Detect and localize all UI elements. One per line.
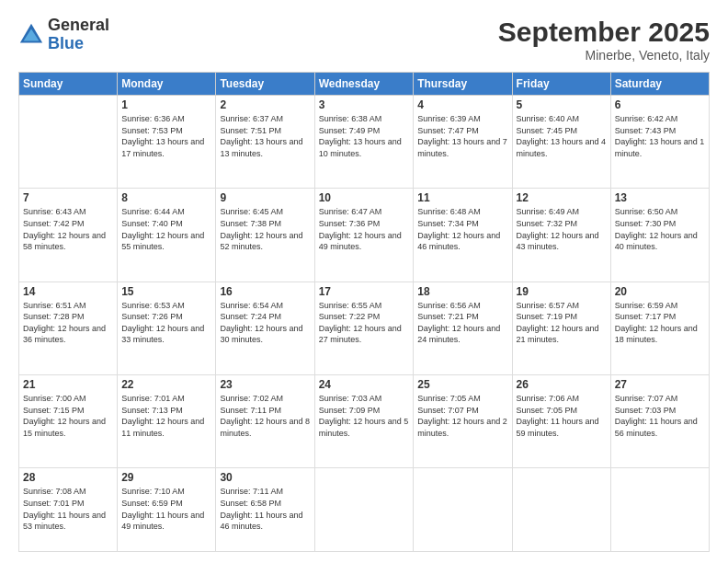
cell-text: Sunrise: 7:11 AMSunset: 6:58 PMDaylight:… — [220, 486, 310, 532]
day-number: 26 — [517, 378, 607, 391]
cell-text: Sunrise: 7:03 AMSunset: 7:09 PMDaylight:… — [319, 393, 410, 439]
daylight-text: Daylight: 12 hours and 36 minutes. — [23, 324, 106, 345]
day-number: 1 — [121, 98, 211, 111]
day-number: 29 — [121, 471, 211, 484]
sunset-text: Sunset: 7:40 PM — [121, 219, 183, 228]
cell-text: Sunrise: 6:38 AMSunset: 7:49 PMDaylight:… — [319, 113, 410, 159]
table-row: 23Sunrise: 7:02 AMSunset: 7:11 PMDayligh… — [216, 374, 314, 467]
sunrise-text: Sunrise: 6:48 AM — [417, 207, 481, 216]
cell-text: Sunrise: 6:50 AMSunset: 7:30 PMDaylight:… — [615, 206, 705, 252]
sunset-text: Sunset: 7:47 PM — [417, 126, 479, 135]
day-number: 17 — [319, 285, 410, 298]
day-number: 16 — [220, 285, 310, 298]
sunset-text: Sunset: 7:51 PM — [220, 126, 281, 135]
daylight-text: Daylight: 13 hours and 17 minutes. — [121, 137, 204, 158]
col-wednesday: Wednesday — [314, 73, 414, 96]
table-row — [512, 468, 610, 552]
day-number: 22 — [121, 378, 211, 391]
cell-text: Sunrise: 6:53 AMSunset: 7:26 PMDaylight:… — [121, 300, 211, 346]
daylight-text: Daylight: 13 hours and 1 minute. — [615, 137, 705, 158]
day-number: 6 — [615, 98, 705, 111]
sunset-text: Sunset: 7:09 PM — [319, 406, 381, 415]
col-monday: Monday — [118, 73, 216, 96]
cell-text: Sunrise: 6:39 AMSunset: 7:47 PMDaylight:… — [417, 113, 507, 159]
day-number: 2 — [220, 98, 310, 111]
cell-text: Sunrise: 6:55 AMSunset: 7:22 PMDaylight:… — [319, 300, 410, 346]
day-number: 25 — [417, 378, 507, 391]
table-row: 29Sunrise: 7:10 AMSunset: 6:59 PMDayligh… — [118, 468, 216, 552]
day-number: 21 — [23, 378, 113, 391]
sunrise-text: Sunrise: 7:07 AM — [615, 394, 678, 403]
sunset-text: Sunset: 7:53 PM — [121, 126, 183, 135]
day-number: 18 — [417, 285, 507, 298]
table-row: 4Sunrise: 6:39 AMSunset: 7:47 PMDaylight… — [414, 96, 512, 189]
sunrise-text: Sunrise: 6:36 AM — [121, 114, 185, 123]
table-row: 11Sunrise: 6:48 AMSunset: 7:34 PMDayligh… — [414, 189, 512, 282]
col-saturday: Saturday — [610, 73, 709, 96]
table-row: 6Sunrise: 6:42 AMSunset: 7:43 PMDaylight… — [610, 96, 709, 189]
day-number: 8 — [121, 191, 211, 204]
logo-general: General — [48, 17, 109, 35]
sunrise-text: Sunrise: 6:54 AM — [220, 301, 283, 310]
daylight-text: Daylight: 11 hours and 46 minutes. — [220, 511, 302, 532]
sunset-text: Sunset: 7:24 PM — [220, 312, 281, 321]
sunrise-text: Sunrise: 7:08 AM — [23, 487, 86, 496]
sunrise-text: Sunrise: 6:40 AM — [517, 114, 580, 123]
sunrise-text: Sunrise: 6:53 AM — [121, 301, 185, 310]
sunrise-text: Sunrise: 6:50 AM — [615, 207, 678, 216]
day-number: 24 — [319, 378, 410, 391]
day-number: 13 — [615, 191, 705, 204]
sunrise-text: Sunrise: 7:00 AM — [23, 394, 86, 403]
sunset-text: Sunset: 7:03 PM — [615, 406, 677, 415]
sunset-text: Sunset: 7:13 PM — [121, 406, 183, 415]
table-row — [610, 468, 709, 552]
table-row: 15Sunrise: 6:53 AMSunset: 7:26 PMDayligh… — [118, 282, 216, 374]
cell-text: Sunrise: 7:01 AMSunset: 7:13 PMDaylight:… — [121, 393, 211, 439]
day-number: 19 — [517, 285, 607, 298]
cell-text: Sunrise: 6:49 AMSunset: 7:32 PMDaylight:… — [517, 206, 607, 252]
daylight-text: Daylight: 12 hours and 18 minutes. — [615, 324, 698, 345]
sunset-text: Sunset: 6:59 PM — [121, 499, 183, 508]
day-number: 9 — [220, 191, 310, 204]
daylight-text: Daylight: 12 hours and 24 minutes. — [417, 324, 500, 345]
day-number: 30 — [220, 471, 310, 484]
table-row: 5Sunrise: 6:40 AMSunset: 7:45 PMDaylight… — [512, 96, 610, 189]
table-row: 17Sunrise: 6:55 AMSunset: 7:22 PMDayligh… — [314, 282, 414, 374]
cell-text: Sunrise: 7:08 AMSunset: 7:01 PMDaylight:… — [23, 486, 113, 532]
cell-text: Sunrise: 6:59 AMSunset: 7:17 PMDaylight:… — [615, 300, 705, 346]
daylight-text: Daylight: 13 hours and 7 minutes. — [417, 137, 507, 158]
table-row — [414, 468, 512, 552]
sunset-text: Sunset: 7:17 PM — [615, 312, 677, 321]
daylight-text: Daylight: 11 hours and 49 minutes. — [121, 511, 204, 532]
logo-blue: Blue — [48, 35, 109, 53]
sunset-text: Sunset: 7:49 PM — [319, 126, 381, 135]
calendar-week-row: 1Sunrise: 6:36 AMSunset: 7:53 PMDaylight… — [19, 96, 710, 189]
table-row: 24Sunrise: 7:03 AMSunset: 7:09 PMDayligh… — [314, 374, 414, 467]
cell-text: Sunrise: 7:07 AMSunset: 7:03 PMDaylight:… — [615, 393, 705, 439]
table-row: 18Sunrise: 6:56 AMSunset: 7:21 PMDayligh… — [414, 282, 512, 374]
daylight-text: Daylight: 12 hours and 11 minutes. — [121, 417, 204, 438]
table-row: 1Sunrise: 6:36 AMSunset: 7:53 PMDaylight… — [118, 96, 216, 189]
cell-text: Sunrise: 7:02 AMSunset: 7:11 PMDaylight:… — [220, 393, 310, 439]
cell-text: Sunrise: 6:40 AMSunset: 7:45 PMDaylight:… — [517, 113, 607, 159]
daylight-text: Daylight: 12 hours and 15 minutes. — [23, 417, 106, 438]
sunrise-text: Sunrise: 6:38 AM — [319, 114, 382, 123]
sunrise-text: Sunrise: 7:10 AM — [121, 487, 185, 496]
sunrise-text: Sunrise: 6:51 AM — [23, 301, 86, 310]
col-friday: Friday — [512, 73, 610, 96]
daylight-text: Daylight: 12 hours and 40 minutes. — [615, 231, 698, 252]
calendar-week-row: 21Sunrise: 7:00 AMSunset: 7:15 PMDayligh… — [19, 374, 710, 467]
table-row: 26Sunrise: 7:06 AMSunset: 7:05 PMDayligh… — [512, 374, 610, 467]
daylight-text: Daylight: 12 hours and 55 minutes. — [121, 231, 204, 252]
sunrise-text: Sunrise: 7:02 AM — [220, 394, 283, 403]
sunrise-text: Sunrise: 6:55 AM — [319, 301, 382, 310]
sunrise-text: Sunrise: 6:39 AM — [417, 114, 481, 123]
daylight-text: Daylight: 12 hours and 2 minutes. — [417, 417, 507, 438]
cell-text: Sunrise: 6:44 AMSunset: 7:40 PMDaylight:… — [121, 206, 211, 252]
day-number: 12 — [517, 191, 607, 204]
daylight-text: Daylight: 12 hours and 58 minutes. — [23, 231, 106, 252]
location: Minerbe, Veneto, Italy — [498, 48, 710, 63]
sunrise-text: Sunrise: 6:42 AM — [615, 114, 678, 123]
cell-text: Sunrise: 7:00 AMSunset: 7:15 PMDaylight:… — [23, 393, 113, 439]
table-row: 9Sunrise: 6:45 AMSunset: 7:38 PMDaylight… — [216, 189, 314, 282]
